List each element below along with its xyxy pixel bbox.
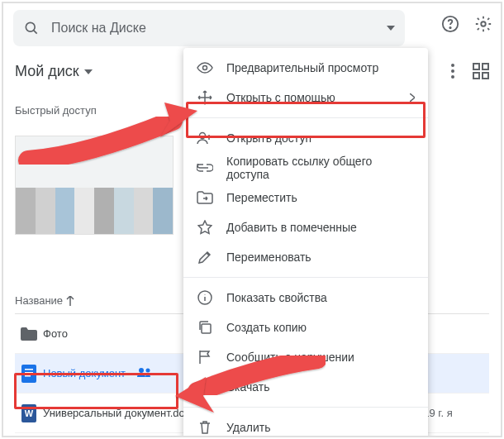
- svg-rect-23: [202, 324, 211, 333]
- move-arrows-icon: [197, 90, 213, 105]
- help-icon[interactable]: [441, 15, 459, 33]
- menu-details[interactable]: Показать свойства: [183, 283, 428, 313]
- menu-copy[interactable]: Создать копию: [183, 313, 428, 342]
- svg-point-21: [200, 133, 206, 139]
- svg-text:W: W: [25, 408, 34, 418]
- svg-rect-12: [21, 365, 36, 383]
- menu-delete[interactable]: Удалить: [183, 413, 428, 437]
- svg-point-4: [481, 21, 486, 26]
- menu-download[interactable]: Скачать: [183, 372, 428, 402]
- svg-point-20: [203, 66, 207, 70]
- search-dropdown-icon[interactable]: [387, 26, 395, 31]
- settings-icon[interactable]: [474, 15, 492, 33]
- svg-rect-15: [25, 375, 31, 377]
- context-menu: Предварительный просмотр Открыть с помощ…: [183, 48, 428, 437]
- eye-icon: [197, 62, 213, 74]
- svg-rect-10: [473, 73, 479, 79]
- link-icon: [197, 164, 213, 172]
- svg-point-6: [451, 69, 454, 73]
- word-icon: W: [15, 404, 43, 422]
- menu-preview[interactable]: Предварительный просмотр: [183, 53, 428, 83]
- svg-point-3: [449, 27, 450, 28]
- quick-access-thumbnail[interactable]: [15, 136, 174, 235]
- svg-rect-8: [473, 64, 479, 69]
- search-placeholder: Поиск на Диске: [40, 21, 387, 36]
- folder-move-icon: [197, 191, 213, 204]
- grid-view-icon[interactable]: [473, 63, 489, 79]
- svg-line-1: [34, 31, 37, 34]
- folder-icon: [15, 327, 43, 341]
- gdoc-icon: [15, 365, 43, 383]
- chevron-right-icon: [410, 93, 415, 102]
- menu-star[interactable]: Добавить в помеченные: [183, 212, 428, 242]
- svg-rect-14: [25, 372, 33, 374]
- svg-rect-13: [25, 369, 33, 370]
- menu-open-with[interactable]: Открыть с помощью: [183, 83, 428, 112]
- flag-icon: [197, 350, 213, 365]
- copy-icon: [197, 320, 213, 335]
- quick-access-label: Быстрый доступ: [15, 104, 97, 117]
- svg-point-7: [451, 75, 454, 79]
- menu-move[interactable]: Переместить: [183, 183, 428, 212]
- download-icon: [197, 379, 213, 394]
- svg-point-5: [451, 64, 454, 67]
- person-add-icon: [197, 131, 213, 145]
- trash-icon: [197, 420, 213, 435]
- search-icon: [23, 20, 40, 36]
- more-icon[interactable]: [451, 64, 454, 79]
- mydrive-label: Мой диск: [15, 63, 79, 80]
- svg-rect-9: [483, 64, 488, 69]
- svg-rect-11: [483, 73, 488, 79]
- mydrive-breadcrumb[interactable]: Мой диск: [15, 63, 93, 80]
- menu-rename[interactable]: Переименовать: [183, 242, 428, 272]
- svg-point-16: [139, 368, 144, 373]
- svg-point-0: [26, 22, 35, 31]
- shared-icon: [137, 367, 152, 377]
- star-icon: [197, 220, 213, 235]
- menu-share[interactable]: Открыть доступ: [183, 123, 428, 153]
- search-bar[interactable]: Поиск на Диске: [13, 10, 405, 46]
- info-icon: [197, 290, 213, 305]
- svg-point-17: [145, 369, 150, 373]
- menu-report[interactable]: Сообщить о нарушении: [183, 342, 428, 372]
- menu-copy-link[interactable]: Копировать ссылку общего доступа: [183, 153, 428, 183]
- pencil-icon: [197, 250, 213, 265]
